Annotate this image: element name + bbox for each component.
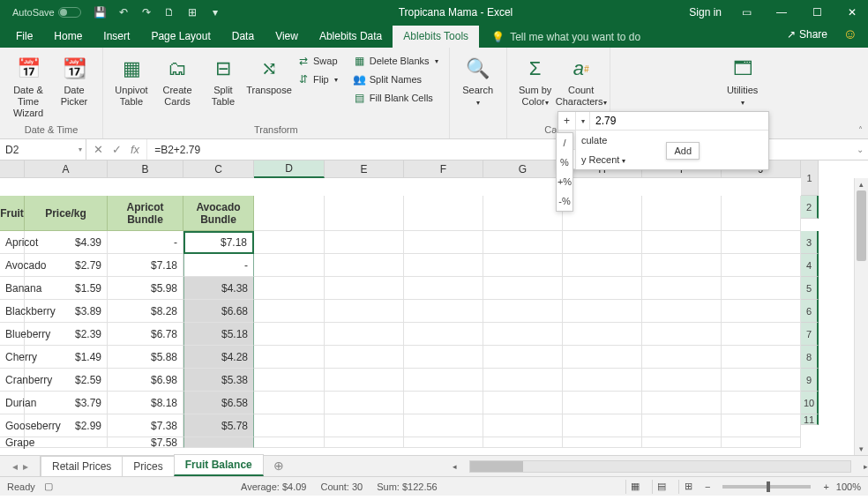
cell[interactable] [325, 300, 404, 323]
cell-apricot-bundle[interactable]: $7.18 [108, 254, 183, 277]
cell-fruit[interactable]: Cranberry [0, 369, 25, 392]
cell[interactable] [642, 300, 722, 323]
row-header-9[interactable]: 9 [801, 369, 819, 392]
cell[interactable] [563, 369, 642, 392]
cell[interactable] [325, 323, 404, 346]
share-button[interactable]: ↗ Share [787, 28, 827, 41]
cell[interactable] [722, 437, 801, 448]
cell[interactable] [254, 254, 325, 277]
cell[interactable] [642, 414, 722, 437]
cell[interactable] [483, 277, 563, 300]
zoom-out-icon[interactable]: − [705, 481, 710, 492]
tab-ablebits-tools[interactable]: Ablebits Tools [393, 26, 479, 48]
cell[interactable] [483, 300, 563, 323]
scroll-thumb[interactable] [857, 190, 866, 261]
cell[interactable] [563, 254, 642, 277]
cell-avocado-bundle[interactable] [183, 437, 254, 448]
date-time-wizard-button[interactable]: 📅Date & Time Wizard [7, 51, 49, 119]
row-header-11[interactable]: 11 [801, 414, 819, 425]
cell[interactable] [642, 254, 722, 277]
tab-file[interactable]: File [5, 26, 43, 48]
cell[interactable] [642, 346, 722, 369]
add-sheet-button[interactable]: ⊕ [263, 455, 295, 476]
cell[interactable] [254, 437, 325, 448]
cell-price[interactable]: $2.59 [25, 369, 108, 392]
cell[interactable] [254, 196, 325, 231]
cell-apricot-bundle[interactable]: - [108, 231, 183, 254]
fill-blank-cells-button[interactable]: ▤Fill Blank Cells [350, 90, 442, 106]
column-header-B[interactable]: B [108, 160, 183, 178]
cell[interactable] [254, 277, 325, 300]
cell[interactable] [563, 231, 642, 254]
row-header-10[interactable]: 10 [801, 392, 819, 414]
fx-icon[interactable]: fx [131, 143, 139, 156]
cell[interactable] [254, 369, 325, 392]
plus-op-button[interactable]: + [558, 112, 576, 130]
save-icon[interactable]: 💾 [94, 5, 108, 19]
op-percent[interactable]: % [557, 153, 572, 172]
swap-button[interactable]: ⇄Swap [294, 53, 341, 69]
cell[interactable] [325, 437, 404, 448]
flip-button[interactable]: ⇵Flip▾ [294, 71, 341, 87]
scroll-right-icon[interactable]: ▸ [864, 462, 868, 471]
row-header-7[interactable]: 7 [801, 323, 819, 346]
cell[interactable] [404, 414, 483, 437]
cell[interactable] [404, 277, 483, 300]
scroll-left-icon[interactable]: ◂ [453, 462, 457, 471]
op-minus-percent[interactable]: -% [557, 191, 572, 211]
row-header-6[interactable]: 6 [801, 300, 819, 323]
cell[interactable] [483, 254, 563, 277]
cell-price[interactable]: $3.79 [25, 392, 108, 414]
cell-price[interactable]: $1.59 [25, 277, 108, 300]
tab-home[interactable]: Home [43, 26, 93, 48]
normal-view-icon[interactable]: ▦ [625, 480, 645, 494]
calc-value-input[interactable] [590, 112, 768, 130]
cell[interactable] [642, 437, 722, 448]
select-all-corner[interactable] [0, 160, 25, 178]
cell[interactable] [483, 392, 563, 414]
row-header-8[interactable]: 8 [801, 346, 819, 369]
new-file-icon[interactable]: 🗋 [162, 5, 176, 19]
split-table-button[interactable]: ⊟Split Table [202, 51, 244, 108]
column-header-G[interactable]: G [483, 160, 563, 178]
row-header-1[interactable]: 1 [801, 160, 819, 196]
op-divide[interactable]: / [557, 133, 572, 153]
transpose-button[interactable]: ⤭Transpose [248, 51, 290, 96]
cell-avocado-bundle[interactable]: $4.38 [183, 277, 254, 300]
cell[interactable] [563, 346, 642, 369]
cell[interactable] [722, 300, 801, 323]
cell-apricot-bundle[interactable]: $8.28 [108, 300, 183, 323]
cell[interactable] [642, 392, 722, 414]
op-dropdown-button[interactable]: ▾ [576, 112, 590, 130]
cell[interactable] [483, 346, 563, 369]
worksheet-grid[interactable]: ABCDEFGHIJ1FruitPrice/kgApricot BundleAv… [0, 160, 868, 455]
zoom-in-icon[interactable]: + [823, 481, 828, 492]
cell[interactable] [254, 346, 325, 369]
close-icon[interactable]: ✕ [842, 2, 863, 23]
table-header[interactable]: Fruit [0, 196, 25, 231]
cell-fruit[interactable]: Blueberry [0, 323, 25, 346]
cell[interactable] [563, 300, 642, 323]
cell[interactable] [325, 277, 404, 300]
sheet-tab-fruit-balance[interactable]: Fruit Balance [174, 454, 264, 476]
cell[interactable] [325, 369, 404, 392]
cell[interactable] [642, 277, 722, 300]
tab-view[interactable]: View [265, 26, 309, 48]
cell-avocado-bundle[interactable]: $4.28 [183, 346, 254, 369]
cell[interactable] [483, 196, 563, 231]
table-header[interactable]: Price/kg [25, 196, 108, 231]
cell[interactable] [254, 300, 325, 323]
macro-record-icon[interactable]: ▢ [44, 481, 53, 492]
table-header[interactable]: Avocado Bundle [183, 196, 254, 231]
cell[interactable] [254, 392, 325, 414]
sheet-nav[interactable]: ◂▸ [0, 456, 41, 476]
cell[interactable] [642, 369, 722, 392]
cell[interactable] [722, 323, 801, 346]
row-header-3[interactable]: 3 [801, 231, 819, 254]
cell-apricot-bundle[interactable]: $5.98 [108, 277, 183, 300]
cell[interactable] [722, 392, 801, 414]
count-characters-button[interactable]: a#Count Characters▾ [560, 51, 602, 108]
cell[interactable] [254, 323, 325, 346]
cell-fruit[interactable]: Banana [0, 277, 25, 300]
cell[interactable] [722, 346, 801, 369]
